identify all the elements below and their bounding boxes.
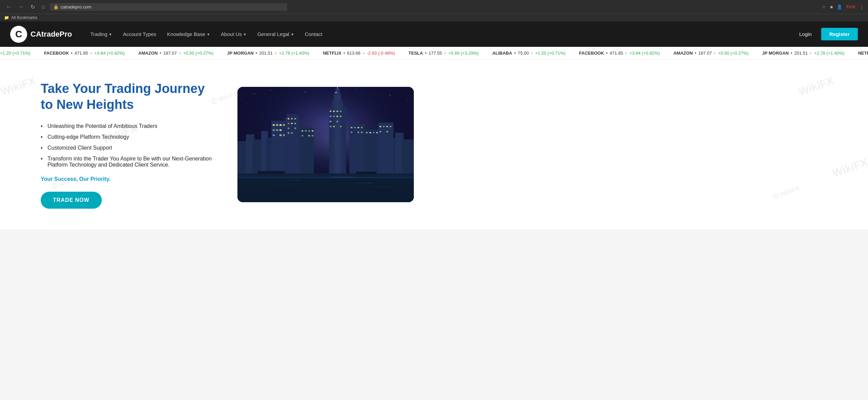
svg-rect-103 [237, 87, 414, 202]
ticker-bar: +1.20 (+0.71%) FACEBOOK • 471.85 D +3.84… [0, 47, 868, 60]
chevron-down-icon: ▼ [109, 33, 112, 36]
bullet-2: Cutting-edge Platform Technology [41, 134, 217, 140]
nav-account-types-label: Account Types [123, 31, 156, 37]
ticker-item-amazon: AMAZON • 187.07 D +0.50 (+0.27%) [138, 51, 214, 56]
bookmarks-label[interactable]: All Bookmarks [11, 15, 37, 20]
profile-icon[interactable]: 👤 [837, 4, 842, 9]
ticker-item-jpmorgan: JP MORGAN • 201.51 D +2.78 (+1.40%) [227, 51, 309, 56]
nav-account-types[interactable]: Account Types [118, 28, 161, 40]
logo-area[interactable]: C CAtradePro [10, 26, 72, 43]
city-skyline [237, 87, 414, 202]
bookmarks-bar: 📁 All Bookmarks [0, 14, 868, 21]
nav-links: Trading ▼ Account Types Knowledge Base ▼… [85, 28, 794, 40]
nav-contact-label: Contact [305, 31, 323, 37]
wikifx-watermark-1: WikiFX [0, 74, 37, 98]
logo-icon: C [10, 26, 27, 43]
browser-chrome: ← → ↻ ⌂ 🔒 catradepro.com ☆ ■ 👤 Error ⋮ [0, 0, 868, 14]
lock-icon: 🔒 [53, 4, 59, 9]
nav-knowledge-base-label: Knowledge Base [167, 31, 206, 37]
bullet-4: Transform into the Trader You Aspire to … [41, 156, 217, 168]
hero-title: Take Your Trading Journey to New Heights [41, 81, 217, 113]
chevron-down-icon-3: ▼ [243, 33, 247, 36]
register-button[interactable]: Register [821, 28, 858, 40]
browser-actions: ☆ ■ 👤 Error ⋮ [822, 4, 864, 9]
hero-bullets: Unleashing the Potential of Ambitious Tr… [41, 123, 217, 168]
ticker-item-tesla: TESLA • 177.55 D +5.66 (+3.29%) [408, 51, 479, 56]
ticker-item-facebook-2: FACEBOOK • 471.85 D +3.84 (+0.82%) [579, 51, 660, 56]
back-button[interactable]: ← [4, 3, 14, 11]
chevron-down-icon-2: ▼ [207, 33, 210, 36]
ticker-item-facebook: FACEBOOK • 471.85 D +3.84 (+0.82%) [44, 51, 125, 56]
url-text: catradepro.com [61, 4, 91, 9]
hero-content: Take Your Trading Journey to New Heights… [41, 81, 217, 209]
nav-general-legal[interactable]: General Legal ▼ [253, 28, 299, 40]
logo-text: CAtradePro [31, 30, 72, 39]
menu-icon[interactable]: ⋮ [860, 4, 864, 9]
logo-letter: C [15, 29, 22, 40]
navbar: C CAtradePro Trading ▼ Account Types Kno… [0, 21, 868, 47]
bullet-1: Unleashing the Potential of Ambitious Tr… [41, 123, 217, 129]
bookmarks-folder-icon: 📁 [4, 15, 9, 20]
ticker-item-amazon-2: AMAZON • 187.07 D +0.50 (+0.27%) [673, 51, 749, 56]
nav-trading-label: Trading [90, 31, 107, 37]
forward-button[interactable]: → [16, 3, 26, 11]
chevron-down-icon-4: ▼ [291, 33, 294, 36]
trade-now-button[interactable]: TRADE NOW [41, 192, 102, 209]
bookmark-star-icon[interactable]: ☆ [822, 4, 826, 9]
wikifx-logo-3: Ⓒ WikiFX [772, 184, 801, 202]
extensions-icon[interactable]: ■ [830, 4, 833, 9]
hero-tagline: Your Success, Our Priority. [41, 176, 217, 182]
ticker-item-netflix: NETFLIX • 613.66 D -2.93 (-0.48%) [323, 51, 395, 56]
reload-button[interactable]: ↻ [28, 3, 37, 11]
nav-actions: Login Register [794, 28, 858, 40]
ticker-item-netflix-2: NETFLIX • 613.66 D -2.93 (-0.48%) [858, 51, 868, 56]
nav-trading[interactable]: Trading ▼ [85, 28, 117, 40]
error-label: Error [846, 4, 855, 9]
ticker-item-alibaba-pre: +1.20 (+0.71%) [0, 51, 31, 56]
hero-section: WikiFX WikiFX WikiFX WikiFX Ⓒ WikiFX Ⓒ W… [0, 60, 868, 229]
nav-about-us[interactable]: About Us ▼ [216, 28, 251, 40]
nav-contact[interactable]: Contact [300, 28, 327, 40]
ticker-track: +1.20 (+0.71%) FACEBOOK • 471.85 D +3.84… [0, 51, 868, 56]
home-button[interactable]: ⌂ [40, 3, 47, 11]
bullet-3: Customized Client Support [41, 145, 217, 151]
login-button[interactable]: Login [794, 28, 817, 40]
hero-image [237, 87, 414, 202]
nav-general-legal-label: General Legal [257, 31, 289, 37]
wikifx-watermark-3: WikiFX [797, 74, 835, 98]
ticker-item-alibaba: ALIBABA • 75.00 D +1.20 (+0.71%) [492, 51, 565, 56]
nav-knowledge-base[interactable]: Knowledge Base ▼ [162, 28, 215, 40]
address-bar[interactable]: 🔒 catradepro.com [50, 3, 287, 11]
city-svg [237, 87, 414, 202]
wikifx-watermark-4: WikiFX [831, 156, 868, 180]
ticker-item-jpmorgan-2: JP MORGAN • 201.51 D +2.78 (+1.40%) [762, 51, 845, 56]
nav-about-us-label: About Us [221, 31, 242, 37]
